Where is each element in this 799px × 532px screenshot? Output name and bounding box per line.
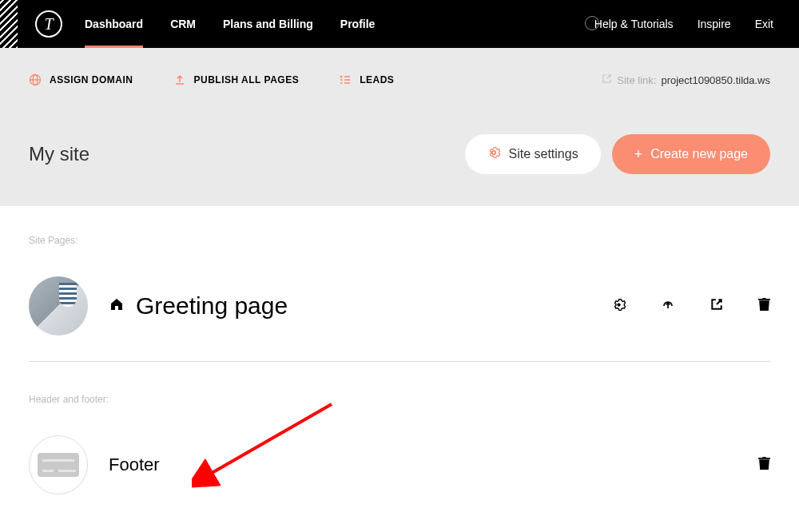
footer-actions <box>758 457 770 474</box>
page-name-wrap: Greeting page <box>109 292 288 320</box>
assign-domain-label: ASSIGN DOMAIN <box>50 74 133 85</box>
page-name: Greeting page <box>136 292 288 320</box>
help-circle-icon <box>585 16 599 30</box>
globe-icon <box>29 73 42 86</box>
external-link-icon <box>602 73 612 86</box>
upload-icon <box>173 73 186 86</box>
project-toolbar-area: ASSIGN DOMAIN PUBLISH ALL PAGES LEADS Si… <box>0 48 799 206</box>
divider <box>29 361 770 362</box>
footer-thumbnail <box>29 435 88 494</box>
delete-icon[interactable] <box>758 457 770 474</box>
footer-name: Footer <box>109 455 160 475</box>
page-row-greeting[interactable]: Greeting page <box>29 265 770 347</box>
create-new-page-button[interactable]: + Create new page <box>612 134 770 174</box>
site-settings-button[interactable]: Site settings <box>465 134 600 174</box>
decorative-wave <box>0 0 18 48</box>
publish-icon[interactable] <box>661 297 675 315</box>
open-external-icon[interactable] <box>710 298 723 314</box>
nav-help-label: Help & Tutorials <box>594 18 674 30</box>
nav-dashboard[interactable]: Dashboard <box>85 0 143 48</box>
publish-all-link[interactable]: PUBLISH ALL PAGES <box>173 73 300 86</box>
page-settings-icon[interactable] <box>612 298 626 315</box>
header-footer-heading: Header and footer: <box>29 394 770 405</box>
delete-icon[interactable] <box>758 298 770 315</box>
plus-icon: + <box>634 146 643 163</box>
nav-profile[interactable]: Profile <box>340 0 376 48</box>
toolbar-row: ASSIGN DOMAIN PUBLISH ALL PAGES LEADS Si… <box>29 73 770 86</box>
nav-help-tutorials[interactable]: Help & Tutorials <box>594 0 674 48</box>
site-link-value: project1090850.tilda.ws <box>661 74 770 86</box>
home-icon <box>109 296 125 316</box>
title-buttons: Site settings + Create new page <box>465 134 770 174</box>
footer-graphic-icon <box>38 453 79 477</box>
site-settings-label: Site settings <box>508 147 578 161</box>
leads-icon <box>339 73 352 86</box>
content-area: Site Pages: Greeting page Header and foo <box>0 206 799 506</box>
top-navbar: T Dashboard CRM Plans and Billing Profil… <box>0 0 799 48</box>
svg-point-10 <box>617 303 620 306</box>
tilda-logo[interactable]: T <box>35 10 62 38</box>
leads-label: LEADS <box>360 74 394 85</box>
create-page-label: Create new page <box>650 147 748 161</box>
publish-all-label: PUBLISH ALL PAGES <box>194 74 300 85</box>
site-title: My site <box>29 143 89 165</box>
main-nav: Dashboard CRM Plans and Billing Profile <box>85 0 375 48</box>
page-thumbnail <box>29 276 88 335</box>
site-pages-heading: Site Pages: <box>29 235 770 246</box>
page-actions <box>612 297 770 315</box>
page-row-footer[interactable]: Footer <box>29 424 770 506</box>
nav-right-group: Help & Tutorials Inspire Exit <box>594 0 773 48</box>
nav-inspire[interactable]: Inspire <box>698 0 731 48</box>
gear-icon <box>487 146 500 162</box>
assign-domain-link[interactable]: ASSIGN DOMAIN <box>29 73 133 86</box>
nav-plans-billing[interactable]: Plans and Billing <box>223 0 313 48</box>
site-link[interactable]: Site link: project1090850.tilda.ws <box>602 73 770 86</box>
site-title-row: My site Site settings + Create new page <box>29 134 770 174</box>
nav-crm[interactable]: CRM <box>170 0 196 48</box>
site-link-label: Site link: <box>617 74 656 86</box>
leads-link[interactable]: LEADS <box>339 73 394 86</box>
nav-exit[interactable]: Exit <box>755 0 773 48</box>
